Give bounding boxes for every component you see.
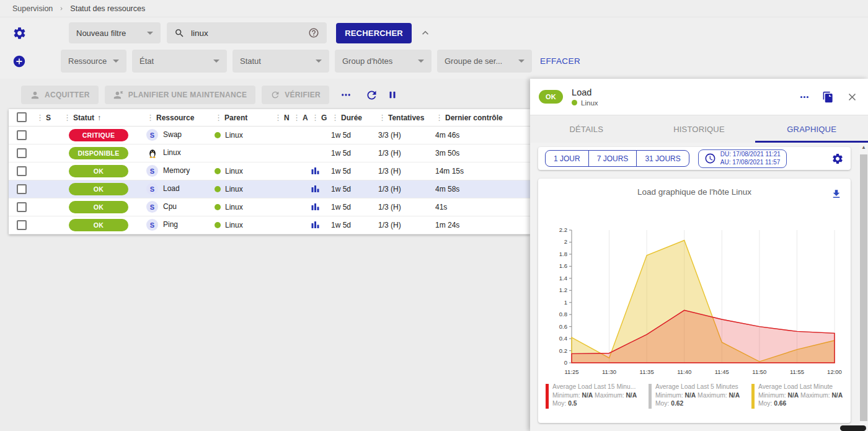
column-header-n[interactable]: ⋮N [274,109,293,126]
search-input[interactable]: linux [167,22,327,43]
time-31days-button[interactable]: 31 JOURS [636,150,689,167]
legend-minmax: Minimum: N/A Maximum: N/A [655,391,740,400]
graph-icon[interactable] [311,166,319,174]
column-header-ressource[interactable]: ⋮Ressource [139,109,208,126]
tab-historique[interactable]: HISTORIQUE [643,115,756,143]
resource-details-panel: OK Load Linux DÉTAILS HISTORIQUE GRAPHIQ… [530,79,868,431]
drag-grip-icon: ⋮ [36,113,44,122]
refresh-icon[interactable] [365,89,378,102]
tab-details[interactable]: DÉTAILS [530,115,643,143]
criteria-servicegroup-select[interactable]: Groupe de ser... [437,50,532,73]
panel-title: Load [572,87,598,97]
close-panel-icon[interactable] [846,91,858,103]
criteria-etat-select[interactable]: État [132,50,227,73]
table-row-ping[interactable]: OKSPingLinux1w 5d1/3 (H)1m 24s [9,216,530,234]
column-header-tentatives[interactable]: ⋮Tentatives [378,109,435,126]
parent-name: Linux [225,131,243,140]
column-header-durée[interactable]: ⋮Durée [331,109,378,126]
column-header-statut[interactable]: ⋮Statut↑ [63,109,139,126]
row-checkbox-cell [9,144,36,162]
column-header-dernier-contrôle[interactable]: ⋮Dernier contrôle [435,109,530,126]
graph-settings-gear-icon[interactable] [831,153,844,165]
row-checkbox[interactable] [17,220,27,230]
more-actions-icon[interactable] [340,89,352,100]
graph-icon[interactable] [311,184,319,192]
svg-text:11:50: 11:50 [752,368,766,375]
panel-more-icon[interactable] [799,92,810,102]
clear-filters-button[interactable]: EFFACER [540,56,580,66]
service-s-icon: S [146,165,158,177]
scrollbar-thumb[interactable] [860,154,867,421]
legend-average: Moy: 0.62 [655,399,740,408]
saved-filter-select[interactable]: Nouveau filtre [69,22,161,43]
column-header-parent[interactable]: ⋮Parent [208,109,274,126]
legend-minmax: Minimum: N/A Maximum: N/A [552,391,637,400]
search-button[interactable]: RECHERCHER [336,23,412,43]
time-7days-button[interactable]: 7 JOURS [588,150,637,167]
add-criteria-icon[interactable] [12,55,26,68]
svg-text:2: 2 [564,238,567,245]
tab-graphique[interactable]: GRAPHIQUE [755,115,868,143]
custom-date-range[interactable]: DU: 17/08/2021 11:21 AU: 17/08/2021 11:5… [698,149,787,168]
legend-item-0[interactable]: Average Load Last 15 Minu...Minimum: N/A… [546,383,641,409]
filter-row-criteria: Ressource État Statut Group d'hôtes Grou… [0,50,868,73]
panel-horizontal-scrollbar-thumb[interactable] [840,425,866,431]
notif-cell [274,162,293,180]
column-header-g[interactable]: ⋮G [311,109,331,126]
row-checkbox[interactable] [17,184,27,194]
ack-cell [293,144,311,162]
resource-cell: Linux [139,144,208,162]
column-header-a[interactable]: ⋮A [293,109,311,126]
table-row-load[interactable]: OKSLoadLinux1w 5d1/3 (H)4m 58s [9,180,530,198]
criteria-statut-select[interactable]: Statut [232,50,329,73]
legend-item-1[interactable]: Average Load Last 5 MinutesMinimum: N/A … [649,383,744,409]
downtime-button[interactable]: PLANIFIER UNE MAINTENANCE [105,86,256,104]
row-checkbox[interactable] [17,148,27,158]
svg-text:11:55: 11:55 [790,368,804,375]
table-row-linux[interactable]: DISPONIBLELinux1w 5d1/3 (H)3m 50s [9,144,530,162]
collapse-filters-chevron-up-icon[interactable] [419,27,432,39]
criteria-hostgroup-select[interactable]: Group d'hôtes [335,50,432,73]
check-label: VÉRIFIER [285,91,321,99]
download-graph-icon[interactable] [831,189,842,200]
graph-icon[interactable] [311,202,319,210]
select-all-checkbox[interactable] [17,112,27,122]
table-row-cpu[interactable]: OKSCpuLinux1w 5d1/3 (H)41s [9,198,530,216]
filter-settings-gear-icon[interactable] [12,26,27,40]
chart-legend: Average Load Last 15 Minu...Minimum: N/A… [538,379,851,409]
status-cell: OK [63,162,139,180]
severity-cell [36,180,63,198]
svg-text:1.8: 1.8 [559,251,567,257]
drag-grip-icon: ⋮ [146,113,154,122]
graph-icon[interactable] [311,220,319,228]
graph-card: Load graphique de l'hôte Linux 00.20.40.… [538,179,851,423]
parent-cell: Linux [208,162,274,180]
status-cell: OK [63,216,139,234]
row-checkbox[interactable] [17,202,27,212]
breadcrumb-supervision[interactable]: Supervision [12,4,53,13]
row-checkbox-cell [9,126,36,144]
graph-cell [311,162,331,180]
copy-link-icon[interactable] [822,91,834,103]
drag-grip-icon: ⋮ [311,113,319,122]
search-value: linux [191,29,208,38]
scrollbar-up-arrow[interactable]: ▲ [859,144,868,150]
column-header-s[interactable]: ⋮S [36,109,63,126]
check-button[interactable]: VÉRIFIER [262,86,329,104]
legend-item-2[interactable]: Average Load Last MinuteMinimum: N/A Max… [751,383,847,409]
help-icon[interactable] [308,27,319,38]
panel-body: 1 JOUR 7 JOURS 31 JOURS DU: 17/08/2021 1… [530,143,868,431]
status-cell: OK [63,180,139,198]
pause-autorefresh-icon[interactable] [387,89,398,100]
row-checkbox[interactable] [17,166,27,176]
resource-table-body: CRITIQUESSwapLinux1w 5d3/3 (H)4m 46sDISP… [9,126,530,234]
row-checkbox[interactable] [17,130,27,140]
criteria-resource-select[interactable]: Ressource [61,50,126,73]
time-1day-button[interactable]: 1 JOUR [545,150,589,167]
last-check-cell: 14m 15s [435,162,530,180]
table-row-swap[interactable]: CRITIQUESSwapLinux1w 5d3/3 (H)4m 46s [9,126,530,144]
acknowledge-button[interactable]: ACQUITTER [21,86,99,104]
ack-cell [293,126,311,144]
last-check-cell: 41s [435,198,530,216]
table-row-memory[interactable]: OKSMemoryLinux1w 5d1/3 (H)14m 15s [9,162,530,180]
